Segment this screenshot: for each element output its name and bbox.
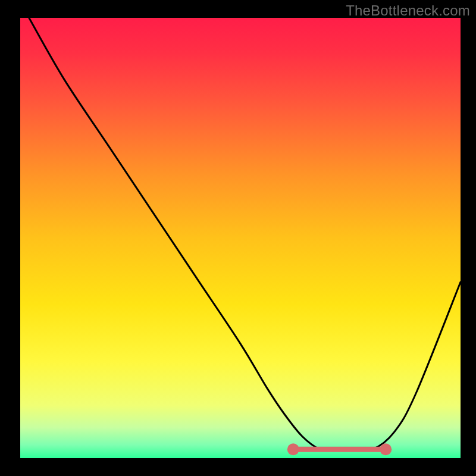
- chart-frame: TheBottleneck.com: [0, 0, 476, 476]
- flat-right-marker: [380, 443, 392, 455]
- chart-plot-area: [20, 18, 461, 458]
- chart-background: [20, 18, 461, 458]
- flat-left-marker: [287, 443, 299, 455]
- watermark-text: TheBottleneck.com: [346, 2, 470, 19]
- chart-svg: [20, 18, 461, 458]
